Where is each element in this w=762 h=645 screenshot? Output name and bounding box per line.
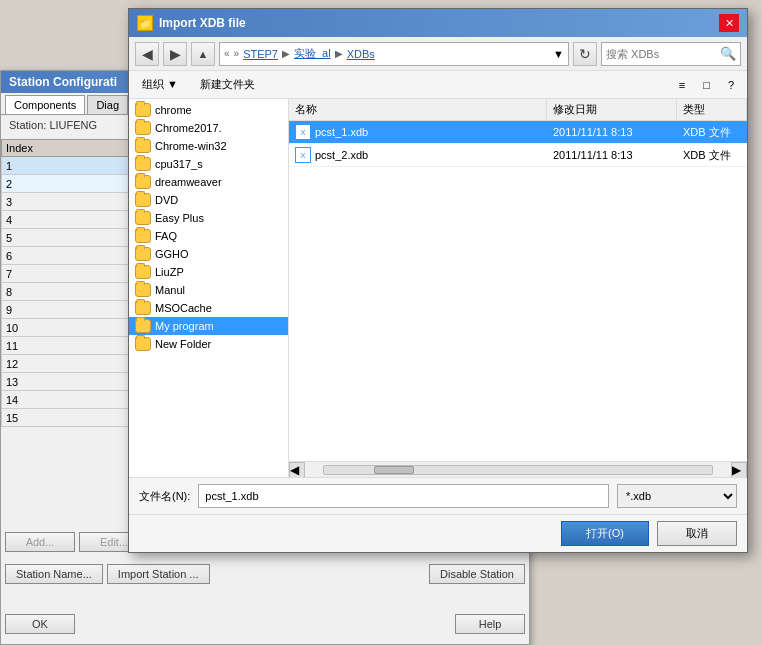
folder-item[interactable]: dreamweaver xyxy=(129,173,288,191)
search-input[interactable] xyxy=(602,48,717,60)
hscroll-left[interactable]: ◀ xyxy=(289,462,305,478)
folder-icon xyxy=(135,121,151,135)
import-station-button[interactable]: Import Station ... xyxy=(107,564,210,584)
tab-diag[interactable]: Diag xyxy=(87,95,128,114)
back-button[interactable]: ◀ xyxy=(135,42,159,66)
search-button[interactable]: 🔍 xyxy=(717,43,739,65)
folder-icon xyxy=(135,211,151,225)
filetype-select[interactable]: *.xdb xyxy=(617,484,737,508)
disable-station-button[interactable]: Disable Station xyxy=(429,564,525,584)
folder-label: Chrome-win32 xyxy=(155,140,227,152)
folder-item[interactable]: MSOCache xyxy=(129,299,288,317)
view-icon-button[interactable]: ≡ xyxy=(672,76,692,94)
folder-item[interactable]: GGHO xyxy=(129,245,288,263)
folder-label: Chrome2017. xyxy=(155,122,222,134)
button-row-3: OK Help xyxy=(5,614,525,634)
file-icon: X xyxy=(295,147,311,163)
file-name: pcst_1.xdb xyxy=(315,126,368,138)
filename-label: 文件名(N): xyxy=(139,489,190,504)
folder-label: DVD xyxy=(155,194,178,206)
folder-item[interactable]: LiuZP xyxy=(129,263,288,281)
folder-panel: chromeChrome2017.Chrome-win32cpu317_sdre… xyxy=(129,99,289,477)
col-header-name[interactable]: 名称 xyxy=(289,99,547,120)
folder-item[interactable]: chrome xyxy=(129,101,288,119)
refresh-button[interactable]: ↻ xyxy=(573,42,597,66)
file-date: 2011/11/11 8:13 xyxy=(547,123,677,141)
file-panel: 名称 修改日期 类型 Xpcst_1.xdb2011/11/11 8:13XDB… xyxy=(289,99,747,461)
folder-label: GGHO xyxy=(155,248,189,260)
folder-icon xyxy=(135,157,151,171)
folder-icon xyxy=(135,283,151,297)
close-button[interactable]: ✕ xyxy=(719,14,739,32)
toolbar: 组织 ▼ 新建文件夹 ≡ □ ? xyxy=(129,71,747,99)
hscroll-area[interactable]: ◀ ▶ xyxy=(289,461,747,477)
help-icon-button[interactable]: ? xyxy=(721,76,741,94)
file-icon: X xyxy=(295,124,311,140)
cancel-button[interactable]: 取消 xyxy=(657,521,737,546)
help-button[interactable]: Help xyxy=(455,614,525,634)
organize-button[interactable]: 组织 ▼ xyxy=(135,74,185,95)
col-header-type[interactable]: 类型 xyxy=(677,99,747,120)
path-xdbs[interactable]: XDBs xyxy=(347,48,375,60)
hscroll-right[interactable]: ▶ xyxy=(731,462,747,478)
folder-icon xyxy=(135,319,151,333)
dialog-title-text: Import XDB file xyxy=(159,16,246,30)
window-icon-button[interactable]: □ xyxy=(696,76,717,94)
path-step7[interactable]: STEP7 xyxy=(243,48,278,60)
folder-icon xyxy=(135,175,151,189)
file-type: XDB 文件 xyxy=(677,122,747,143)
station-name-button[interactable]: Station Name... xyxy=(5,564,103,584)
button-row-2: Station Name... Import Station ... Disab… xyxy=(5,564,525,584)
new-folder-button[interactable]: 新建文件夹 xyxy=(193,74,262,95)
tab-components[interactable]: Components xyxy=(5,95,85,114)
add-button[interactable]: Add... xyxy=(5,532,75,552)
folder-item[interactable]: cpu317_s xyxy=(129,155,288,173)
folder-icon xyxy=(135,139,151,153)
up-button[interactable]: ▲ xyxy=(191,42,215,66)
filename-input[interactable] xyxy=(198,484,609,508)
folder-item[interactable]: Manul xyxy=(129,281,288,299)
file-name-cell: Xpcst_2.xdb xyxy=(289,144,547,166)
folder-icon xyxy=(135,193,151,207)
folder-label: Easy Plus xyxy=(155,212,204,224)
folder-item[interactable]: My program xyxy=(129,317,288,335)
folder-label: FAQ xyxy=(155,230,177,242)
dialog-title-left: 📁 Import XDB file xyxy=(137,15,246,31)
file-type: XDB 文件 xyxy=(677,145,747,166)
folder-label: chrome xyxy=(155,104,192,116)
file-name: pcst_2.xdb xyxy=(315,149,368,161)
file-date: 2011/11/11 8:13 xyxy=(547,146,677,164)
search-box[interactable]: 🔍 xyxy=(601,42,741,66)
filename-bar: 文件名(N): *.xdb xyxy=(129,477,747,514)
dialog-titlebar: 📁 Import XDB file ✕ xyxy=(129,9,747,37)
nav-bar: ◀ ▶ ▲ « » STEP7 ▶ 实验_al ▶ XDBs ▼ ↻ 🔍 xyxy=(129,37,747,71)
folder-item[interactable]: DVD xyxy=(129,191,288,209)
folder-icon xyxy=(135,265,151,279)
file-row[interactable]: Xpcst_2.xdb2011/11/11 8:13XDB 文件 xyxy=(289,144,747,167)
folder-icon xyxy=(135,247,151,261)
content-area: chromeChrome2017.Chrome-win32cpu317_sdre… xyxy=(129,99,747,477)
folder-item[interactable]: Easy Plus xyxy=(129,209,288,227)
file-row[interactable]: Xpcst_1.xdb2011/11/11 8:13XDB 文件 xyxy=(289,121,747,144)
hscroll-thumb[interactable] xyxy=(374,466,414,474)
folder-icon xyxy=(135,103,151,117)
hscroll-track[interactable] xyxy=(323,465,713,475)
path-shiyan[interactable]: 实验_al xyxy=(294,46,331,61)
folder-label: Manul xyxy=(155,284,185,296)
folder-item[interactable]: Chrome-win32 xyxy=(129,137,288,155)
folder-item[interactable]: FAQ xyxy=(129,227,288,245)
folder-label: My program xyxy=(155,320,214,332)
folder-item[interactable]: Chrome2017. xyxy=(129,119,288,137)
dialog-folder-icon: 📁 xyxy=(137,15,153,31)
folder-label: dreamweaver xyxy=(155,176,222,188)
ok-button[interactable]: OK xyxy=(5,614,75,634)
forward-button[interactable]: ▶ xyxy=(163,42,187,66)
folder-item[interactable]: New Folder xyxy=(129,335,288,353)
folder-label: cpu317_s xyxy=(155,158,203,170)
folder-label: MSOCache xyxy=(155,302,212,314)
col-header-date[interactable]: 修改日期 xyxy=(547,99,677,120)
folder-label: LiuZP xyxy=(155,266,184,278)
open-button[interactable]: 打开(O) xyxy=(561,521,649,546)
folder-label: New Folder xyxy=(155,338,211,350)
file-area: 名称 修改日期 类型 Xpcst_1.xdb2011/11/11 8:13XDB… xyxy=(289,99,747,477)
